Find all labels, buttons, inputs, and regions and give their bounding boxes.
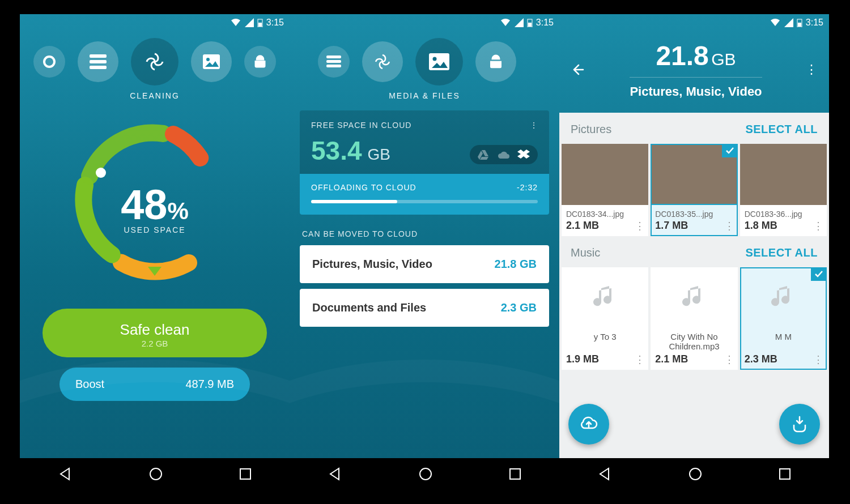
select-all-music[interactable]: SELECT ALL xyxy=(745,246,818,259)
check-icon xyxy=(722,144,738,157)
svg-point-18 xyxy=(420,468,431,480)
picture-tile[interactable]: DC0183-36...jpg 1.8 MB⋮ xyxy=(740,144,827,236)
svg-rect-4 xyxy=(90,60,107,63)
android-nav xyxy=(20,458,290,490)
svg-rect-13 xyxy=(326,55,341,58)
android-nav xyxy=(559,458,829,490)
status-bar: 3:15 xyxy=(20,14,290,31)
category-total-value: 21.8 xyxy=(656,41,708,71)
svg-rect-10 xyxy=(240,469,250,479)
select-all-pictures[interactable]: SELECT ALL xyxy=(745,123,818,136)
top-tabs xyxy=(20,31,290,89)
back-arrow-icon[interactable] xyxy=(571,62,586,78)
dropbox-icon xyxy=(517,150,530,160)
signal-icon xyxy=(245,18,254,27)
svg-point-2 xyxy=(44,57,54,67)
card-menu-icon[interactable]: ⋮ xyxy=(530,121,538,130)
wifi-icon xyxy=(500,18,511,27)
boost-button[interactable]: Boost 487.9 MB xyxy=(60,368,250,401)
progress-bar xyxy=(311,200,538,203)
cloud-providers[interactable] xyxy=(470,145,538,164)
picture-tile[interactable]: DC0183-35...jpg 1.7 MB⋮ xyxy=(651,144,737,236)
tab-home[interactable] xyxy=(33,46,65,78)
tab-storage[interactable] xyxy=(78,41,118,82)
svg-point-17 xyxy=(433,57,437,61)
tab-media[interactable] xyxy=(191,41,232,82)
tab-storage[interactable] xyxy=(318,46,350,78)
picture-tile[interactable]: DC0183-34...jpg 2.1 MB⋮ xyxy=(562,144,648,236)
category-subtitle: Pictures, Music, Video xyxy=(630,77,762,99)
delete-fab[interactable] xyxy=(779,404,820,445)
cloud-free-unit: GB xyxy=(368,146,390,164)
nav-recent-icon[interactable] xyxy=(779,468,791,480)
used-label: USED SPACE xyxy=(124,225,185,234)
category-total-unit: GB xyxy=(711,50,736,69)
overflow-menu-icon[interactable]: ⋮ xyxy=(805,62,818,77)
tab-apps[interactable] xyxy=(475,41,516,82)
music-grid: y To 3 1.9 MB⋮ City With No Children.mp3… xyxy=(559,267,829,370)
svg-rect-12 xyxy=(528,23,532,27)
music-note-icon xyxy=(680,284,708,312)
offload-progress: OFFLOADING TO CLOUD -2:32 xyxy=(300,174,549,215)
screen-cleaning: 3:15 CLEANING 48% USED SPACE Safe clean … xyxy=(20,14,290,490)
item-menu-icon[interactable]: ⋮ xyxy=(813,354,823,365)
music-tile[interactable]: M M 2.3 MB⋮ xyxy=(740,267,827,370)
svg-point-22 xyxy=(690,468,701,480)
svg-point-9 xyxy=(150,468,162,480)
tab-cleaning[interactable] xyxy=(131,38,178,86)
music-note-icon xyxy=(591,284,619,312)
nav-home-icon[interactable] xyxy=(418,467,433,481)
music-tile[interactable]: City With No Children.mp3 2.1 MB⋮ xyxy=(651,267,737,370)
nav-recent-icon[interactable] xyxy=(239,468,252,480)
svg-rect-23 xyxy=(780,469,790,479)
used-percent: 48% xyxy=(121,181,189,229)
cloud-card: FREE SPACE IN CLOUD ⋮ 53.4 GB OFFLOADING… xyxy=(300,110,549,215)
item-menu-icon[interactable]: ⋮ xyxy=(635,354,645,365)
upload-to-cloud-fab[interactable] xyxy=(568,404,609,445)
row-documents-files[interactable]: Documents and Files 2.3 GB xyxy=(300,289,549,327)
thumbnail xyxy=(562,144,648,205)
nav-back-icon[interactable] xyxy=(597,467,612,481)
screen-media-files: 3:15 MEDIA & FILES FREE SPACE IN CLOUD ⋮… xyxy=(290,14,559,490)
tab-apps[interactable] xyxy=(244,46,276,78)
nav-home-icon[interactable] xyxy=(148,467,163,481)
nav-recent-icon[interactable] xyxy=(509,468,521,480)
clock: 3:15 xyxy=(266,18,284,28)
thumbnail xyxy=(740,144,827,205)
signal-icon xyxy=(515,18,524,27)
svg-rect-6 xyxy=(203,54,220,69)
item-menu-icon[interactable]: ⋮ xyxy=(635,221,645,231)
nav-back-icon[interactable] xyxy=(328,467,342,481)
google-drive-icon xyxy=(478,150,489,160)
tab-label: CLEANING xyxy=(20,91,290,100)
battery-icon xyxy=(527,18,533,27)
nav-home-icon[interactable] xyxy=(688,467,703,481)
status-bar: 3:15 xyxy=(559,14,829,31)
music-tile[interactable]: y To 3 1.9 MB⋮ xyxy=(562,267,648,370)
usage-gauge: 48% USED SPACE xyxy=(61,110,248,297)
cloud-free-value: 53.4 xyxy=(311,135,362,166)
item-menu-icon[interactable]: ⋮ xyxy=(724,221,734,231)
svg-rect-14 xyxy=(326,60,341,63)
tab-label: MEDIA & FILES xyxy=(290,91,559,100)
svg-rect-15 xyxy=(326,65,341,67)
battery-icon xyxy=(257,18,263,27)
android-nav xyxy=(290,458,559,490)
check-icon xyxy=(811,267,827,281)
signal-icon xyxy=(784,18,793,27)
move-to-cloud-label: CAN BE MOVED TO CLOUD xyxy=(302,229,547,238)
tab-cleaning[interactable] xyxy=(362,41,403,82)
row-pictures-music-video[interactable]: Pictures, Music, Video 21.8 GB xyxy=(300,245,549,283)
svg-rect-1 xyxy=(258,23,262,27)
svg-point-7 xyxy=(206,58,210,61)
screen-category-detail: 3:15 21.8 GB Pictures, Music, Video ⋮ Pi… xyxy=(559,14,829,490)
svg-rect-21 xyxy=(798,23,801,27)
nav-back-icon[interactable] xyxy=(58,467,73,481)
svg-rect-5 xyxy=(90,66,107,69)
onedrive-icon xyxy=(497,151,509,159)
tab-media[interactable] xyxy=(415,38,463,86)
safe-clean-button[interactable]: Safe clean 2.2 GB xyxy=(42,309,267,357)
item-menu-icon[interactable]: ⋮ xyxy=(724,354,734,365)
svg-rect-19 xyxy=(510,469,520,479)
item-menu-icon[interactable]: ⋮ xyxy=(813,221,823,231)
